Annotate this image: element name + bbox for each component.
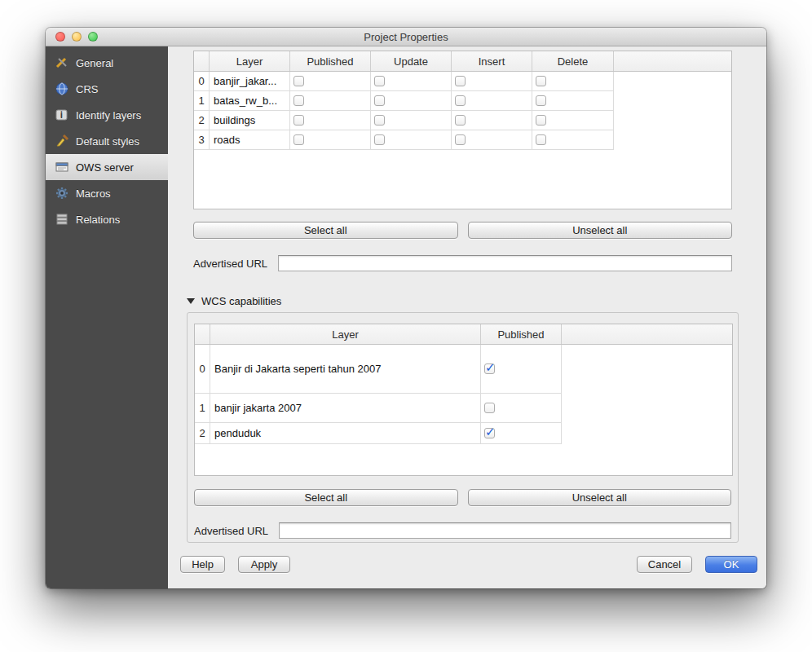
layer-name-cell[interactable]: buildings bbox=[210, 111, 290, 130]
layer-name-cell[interactable]: batas_rw_b... bbox=[210, 91, 290, 111]
table-row: 0 Banjir di Jakarta seperti tahun 2007 bbox=[195, 345, 732, 394]
help-button[interactable]: Help bbox=[180, 556, 225, 573]
insert-cell bbox=[452, 91, 532, 111]
unselect-all-button[interactable]: Unselect all bbox=[468, 489, 732, 506]
insert-checkbox[interactable] bbox=[455, 115, 466, 126]
advertised-url-input[interactable] bbox=[279, 522, 731, 539]
column-header-update[interactable]: Update bbox=[371, 51, 452, 71]
insert-checkbox[interactable] bbox=[455, 95, 466, 106]
published-checkbox[interactable] bbox=[293, 115, 304, 126]
published-cell bbox=[481, 345, 562, 394]
sidebar-item-relations[interactable]: Relations bbox=[46, 206, 168, 232]
published-cell bbox=[290, 91, 371, 111]
layer-name-cell[interactable]: banjir jakarta 2007 bbox=[210, 394, 481, 423]
published-checkbox[interactable] bbox=[484, 403, 495, 413]
published-checkbox[interactable] bbox=[484, 363, 495, 374]
wcs-capabilities-toggle[interactable]: WCS capabilities bbox=[187, 295, 766, 307]
published-checkbox[interactable] bbox=[484, 428, 495, 438]
sidebar-item-macros[interactable]: Macros bbox=[46, 180, 168, 206]
layer-name-cell[interactable]: banjir_jakar... bbox=[210, 72, 290, 91]
insert-cell bbox=[452, 72, 532, 91]
identify-icon: i bbox=[54, 108, 70, 122]
gear-icon bbox=[54, 186, 70, 200]
delete-cell bbox=[532, 111, 614, 130]
published-checkbox[interactable] bbox=[293, 95, 304, 106]
wcs-layers-table: Layer Published 0 Banjir di Jakarta sepe… bbox=[194, 324, 733, 476]
project-properties-window: Project Properties General CRS i Identif… bbox=[46, 28, 766, 588]
chevron-down-icon bbox=[187, 298, 195, 304]
layer-name-cell[interactable]: roads bbox=[210, 130, 290, 150]
column-header-layer[interactable]: Layer bbox=[210, 324, 481, 344]
minimize-button[interactable] bbox=[72, 32, 82, 42]
scroll-area[interactable]: Layer Published Update Insert Delete 0 b… bbox=[168, 46, 766, 551]
unselect-all-button[interactable]: Unselect all bbox=[468, 222, 733, 239]
header-filler bbox=[614, 51, 731, 71]
sidebar-item-ows-server[interactable]: OWS server bbox=[46, 154, 168, 180]
insert-cell bbox=[452, 111, 532, 130]
wms-table-header: Layer Published Update Insert Delete bbox=[194, 51, 731, 72]
window-title: Project Properties bbox=[364, 31, 448, 43]
delete-checkbox[interactable] bbox=[536, 95, 546, 106]
update-cell bbox=[371, 130, 452, 150]
delete-checkbox[interactable] bbox=[536, 76, 546, 86]
sidebar-item-general[interactable]: General bbox=[46, 50, 168, 76]
sidebar-item-label: Identify layers bbox=[76, 109, 141, 121]
insert-cell bbox=[452, 130, 532, 150]
update-checkbox[interactable] bbox=[374, 115, 385, 126]
close-button[interactable] bbox=[55, 32, 65, 42]
row-index: 0 bbox=[194, 72, 210, 91]
sidebar-item-label: General bbox=[76, 57, 113, 69]
zoom-button[interactable] bbox=[88, 32, 98, 42]
sidebar: General CRS i Identify layers Default st… bbox=[46, 46, 168, 588]
advertised-url-input[interactable] bbox=[278, 255, 732, 271]
column-header-insert[interactable]: Insert bbox=[452, 51, 532, 71]
apply-button[interactable]: Apply bbox=[238, 556, 290, 573]
row-index: 2 bbox=[195, 423, 210, 444]
svg-text:i: i bbox=[60, 111, 63, 120]
corner-header-cell bbox=[194, 51, 210, 71]
sidebar-item-identify-layers[interactable]: i Identify layers bbox=[46, 102, 168, 128]
sidebar-item-default-styles[interactable]: Default styles bbox=[46, 128, 168, 154]
update-cell bbox=[371, 72, 452, 91]
update-checkbox[interactable] bbox=[374, 95, 385, 106]
update-cell bbox=[371, 111, 452, 130]
published-checkbox[interactable] bbox=[293, 134, 304, 145]
published-cell bbox=[290, 72, 371, 91]
delete-checkbox[interactable] bbox=[536, 115, 546, 126]
window-controls bbox=[55, 32, 98, 42]
sidebar-item-label: Default styles bbox=[76, 135, 139, 148]
cancel-button[interactable]: Cancel bbox=[637, 556, 692, 573]
row-index: 2 bbox=[194, 111, 210, 130]
relations-icon bbox=[54, 212, 70, 227]
server-icon bbox=[54, 160, 70, 174]
titlebar[interactable]: Project Properties bbox=[46, 28, 766, 46]
dialog-button-bar: Help Apply Cancel OK bbox=[168, 551, 766, 588]
published-cell bbox=[481, 394, 562, 423]
select-all-button[interactable]: Select all bbox=[193, 222, 458, 239]
column-header-layer[interactable]: Layer bbox=[210, 51, 290, 71]
update-checkbox[interactable] bbox=[374, 76, 385, 86]
insert-checkbox[interactable] bbox=[455, 76, 466, 86]
wcs-advertised-url-row: Advertised URL bbox=[194, 522, 731, 539]
tools-icon bbox=[54, 55, 70, 70]
delete-checkbox[interactable] bbox=[536, 134, 546, 145]
wcs-section-label: WCS capabilities bbox=[201, 295, 281, 307]
layer-name-cell[interactable]: Banjir di Jakarta seperti tahun 2007 bbox=[210, 345, 481, 394]
ok-button[interactable]: OK bbox=[705, 556, 757, 573]
globe-icon bbox=[54, 82, 70, 96]
layer-name-cell[interactable]: penduduk bbox=[210, 423, 481, 444]
paintbrush-icon bbox=[54, 134, 70, 148]
insert-checkbox[interactable] bbox=[455, 134, 466, 145]
published-checkbox[interactable] bbox=[293, 76, 304, 86]
update-checkbox[interactable] bbox=[374, 134, 385, 145]
wcs-select-buttons: Select all Unselect all bbox=[194, 489, 731, 506]
sidebar-item-label: Relations bbox=[76, 214, 120, 226]
delete-cell bbox=[532, 91, 614, 111]
wms-advertised-url-row: Advertised URL bbox=[193, 255, 732, 271]
column-header-delete[interactable]: Delete bbox=[532, 51, 614, 71]
row-index: 1 bbox=[195, 394, 210, 423]
select-all-button[interactable]: Select all bbox=[194, 489, 458, 506]
column-header-published[interactable]: Published bbox=[481, 324, 562, 344]
sidebar-item-crs[interactable]: CRS bbox=[46, 76, 168, 102]
column-header-published[interactable]: Published bbox=[290, 51, 371, 71]
